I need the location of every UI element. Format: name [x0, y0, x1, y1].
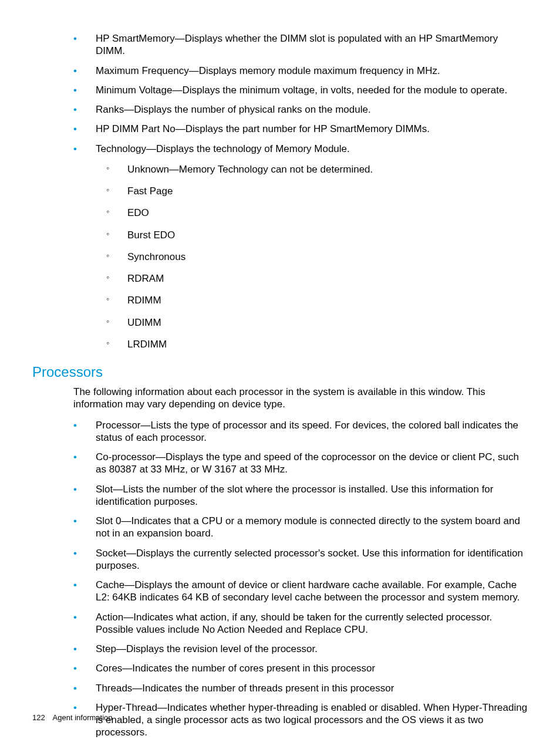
sublist-item: Burst EDO	[96, 229, 528, 241]
page-content: HP SmartMemory—Displays whether the DIMM…	[0, 0, 560, 739]
sublist-item: UDIMM	[96, 316, 528, 329]
footer-label: Agent information	[53, 713, 113, 722]
technology-sublist: Unknown—Memory Technology can not be det…	[96, 163, 528, 350]
list-item: Processor—Lists the type of processor an…	[73, 419, 528, 444]
list-item: Threads—Indicates the number of threads …	[73, 682, 528, 694]
processors-intro: The following information about each pro…	[73, 386, 528, 411]
list-item: Ranks—Displays the number of physical ra…	[73, 103, 528, 116]
list-item: HP SmartMemory—Displays whether the DIMM…	[73, 32, 528, 58]
sublist-item: Unknown—Memory Technology can not be det…	[96, 163, 528, 175]
sublist-item: LRDIMM	[96, 338, 528, 350]
memory-list: HP SmartMemory—Displays whether the DIMM…	[73, 32, 528, 350]
sublist-item: RDIMM	[96, 294, 528, 306]
processors-list: Processor—Lists the type of processor an…	[73, 419, 528, 739]
list-item: Maximum Frequency—Displays memory module…	[73, 65, 528, 77]
sublist-item: Synchronous	[96, 251, 528, 263]
list-item: Slot—Lists the number of the slot where …	[73, 483, 528, 508]
list-item: Socket—Displays the currently selected p…	[73, 547, 528, 572]
list-item: Technology—Displays the technology of Me…	[73, 143, 528, 351]
sublist-item: RDRAM	[96, 272, 528, 285]
list-item: Hyper-Thread—Indicates whether hyper-thr…	[73, 701, 528, 739]
list-item: HP DIMM Part No—Displays the part number…	[73, 123, 528, 135]
list-item: Co-processor—Displays the type and speed…	[73, 451, 528, 476]
page-footer: 122 Agent information	[32, 713, 113, 723]
sublist-item: Fast Page	[96, 185, 528, 197]
list-item: Slot 0—Indicates that a CPU or a memory …	[73, 515, 528, 540]
processors-heading: Processors	[32, 363, 528, 381]
list-item: Cache—Displays the amount of device or c…	[73, 579, 528, 604]
page-number: 122	[32, 713, 45, 722]
sublist-item: EDO	[96, 207, 528, 219]
list-item-text: Technology—Displays the technology of Me…	[96, 143, 350, 154]
list-item: Cores—Indicates the number of cores pres…	[73, 662, 528, 674]
list-item: Step—Displays the revision level of the …	[73, 643, 528, 655]
list-item: Minimum Voltage—Displays the minimum vol…	[73, 84, 528, 96]
list-item: Action—Indicates what action, if any, sh…	[73, 611, 528, 636]
